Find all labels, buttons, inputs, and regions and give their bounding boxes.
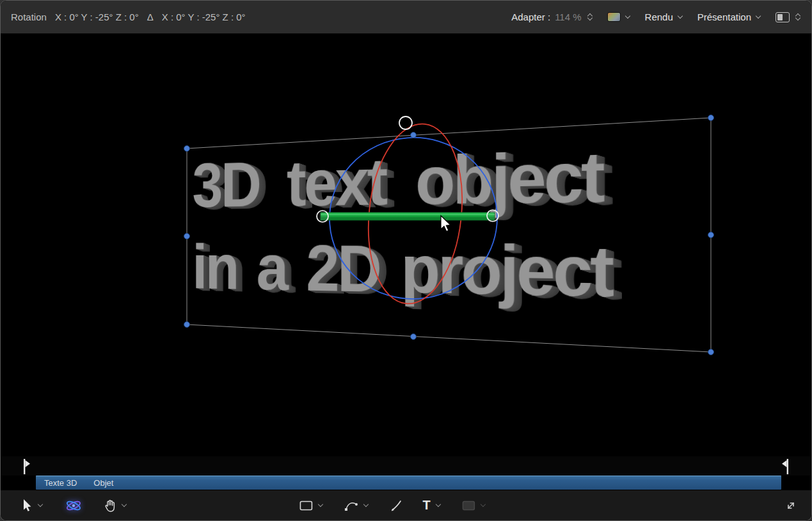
color-channels-icon bbox=[607, 12, 621, 22]
zoom-menu[interactable]: Adapter : 114 % bbox=[511, 12, 593, 22]
mini-timeline-ruler bbox=[1, 456, 811, 476]
rectangle-icon bbox=[299, 501, 312, 511]
handle-top-right[interactable] bbox=[708, 115, 714, 121]
paintbrush-icon bbox=[389, 499, 402, 512]
rotation-label: Rotation bbox=[11, 12, 47, 22]
zoom-value: 114 % bbox=[555, 12, 581, 22]
zoom-label: Adapter : bbox=[511, 12, 550, 22]
transform-3d-tool-selected[interactable] bbox=[65, 498, 82, 513]
paint-stroke-tool[interactable] bbox=[389, 499, 402, 512]
display-layout-menu[interactable] bbox=[776, 12, 801, 22]
handle-bottom-left[interactable] bbox=[184, 322, 190, 328]
ring-handle-right[interactable] bbox=[487, 210, 498, 221]
ring-handle-top[interactable] bbox=[399, 116, 412, 129]
chevron-down-icon bbox=[38, 504, 44, 508]
text-tool-icon: T bbox=[422, 498, 430, 513]
zoom-stepper-icon[interactable] bbox=[587, 13, 593, 21]
mask-tool-disabled bbox=[462, 501, 486, 511]
chevron-down-icon bbox=[363, 504, 369, 508]
selection-handles[interactable] bbox=[184, 115, 714, 355]
presentation-menu[interactable]: Présentation bbox=[697, 12, 761, 22]
diagonal-resize-icon bbox=[784, 499, 797, 512]
handle-bottom-mid[interactable] bbox=[411, 334, 417, 340]
handle-top-left[interactable] bbox=[184, 146, 190, 152]
motion-canvas-window: Rotation X : 0° Y : -25° Z : 0° Δ X : 0°… bbox=[0, 0, 812, 521]
display-stepper-icon bbox=[795, 13, 801, 21]
bezier-pen-icon bbox=[344, 499, 358, 512]
rotation-delta-values: X : 0° Y : -25° Z : 0° bbox=[162, 12, 246, 22]
mask-rectangle-icon bbox=[462, 501, 475, 511]
3d-transform-icon bbox=[65, 498, 82, 513]
tools-toolbar: T bbox=[1, 490, 811, 520]
play-range-in-marker[interactable] bbox=[20, 458, 35, 476]
resize-timeline-control[interactable] bbox=[784, 499, 797, 512]
selection-bounding-box[interactable] bbox=[187, 118, 711, 352]
chevron-down-icon bbox=[625, 15, 631, 19]
render-menu-label: Rendu bbox=[645, 12, 673, 22]
select-arrow-icon bbox=[21, 499, 33, 513]
canvas-status-toolbar: Rotation X : 0° Y : -25° Z : 0° Δ X : 0°… bbox=[1, 1, 811, 34]
text-tool[interactable]: T bbox=[422, 498, 441, 513]
rotation-readout: Rotation X : 0° Y : -25° Z : 0° Δ X : 0°… bbox=[11, 12, 246, 22]
handle-bottom-right[interactable] bbox=[708, 349, 714, 355]
pan-tool[interactable] bbox=[104, 499, 127, 513]
canvas-viewport[interactable]: 3D text object in a 2D project bbox=[1, 34, 811, 456]
selection-overlay bbox=[1, 34, 811, 456]
presentation-menu-label: Présentation bbox=[697, 12, 751, 22]
green-axis-handle-bar[interactable] bbox=[321, 212, 495, 220]
bezier-tool[interactable] bbox=[344, 499, 369, 512]
mini-timeline-track[interactable]: Texte 3D Objet bbox=[36, 476, 781, 490]
play-range-out-marker[interactable] bbox=[777, 458, 792, 476]
track-object-label: Objet bbox=[93, 478, 113, 488]
track-name-label: Texte 3D bbox=[44, 478, 77, 488]
handle-top-mid[interactable] bbox=[411, 132, 417, 138]
handle-mid-right[interactable] bbox=[708, 232, 714, 238]
chevron-down-icon bbox=[317, 504, 323, 508]
chevron-down-icon bbox=[678, 15, 683, 19]
ring-handle-left[interactable] bbox=[317, 211, 328, 222]
chevron-down-icon bbox=[481, 504, 486, 508]
render-menu[interactable]: Rendu bbox=[645, 12, 683, 22]
chevron-down-icon bbox=[436, 504, 442, 508]
channels-menu[interactable] bbox=[607, 12, 631, 22]
chevron-down-icon bbox=[122, 504, 127, 508]
display-layout-icon bbox=[776, 12, 790, 22]
handle-mid-left[interactable] bbox=[184, 234, 190, 239]
hand-icon bbox=[104, 499, 116, 513]
rectangle-shape-tool[interactable] bbox=[299, 501, 323, 511]
chevron-down-icon bbox=[756, 15, 761, 19]
select-transform-tool[interactable] bbox=[21, 499, 44, 513]
delta-symbol: Δ bbox=[147, 12, 154, 22]
rotation-values: X : 0° Y : -25° Z : 0° bbox=[55, 12, 139, 22]
